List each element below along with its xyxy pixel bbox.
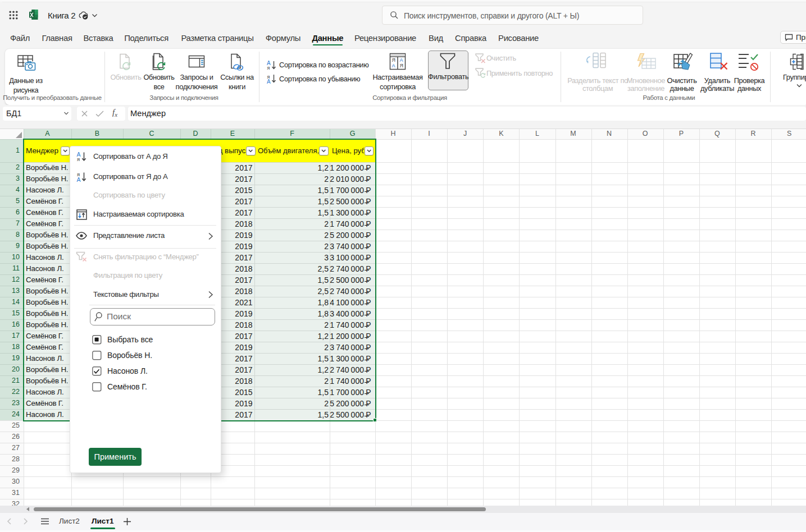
- svg-text:А: А: [392, 63, 395, 68]
- svg-text:Я: Я: [392, 57, 396, 63]
- svg-text:А: А: [77, 176, 81, 182]
- svg-text:А: А: [400, 57, 403, 63]
- svg-text:я: я: [77, 156, 80, 162]
- svg-text:А: А: [267, 79, 271, 84]
- svg-text:я: я: [267, 65, 270, 70]
- svg-text:Я: Я: [400, 63, 404, 68]
